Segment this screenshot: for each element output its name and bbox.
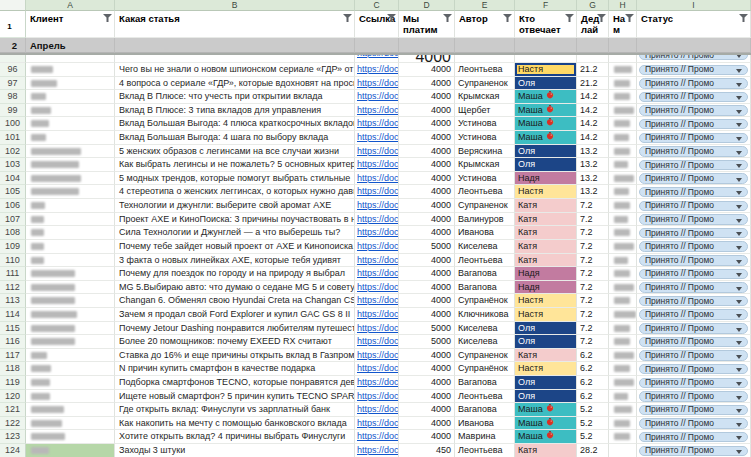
dropdown-arrow-icon[interactable] (736, 232, 742, 236)
status-chip[interactable]: Принято // Промо (639, 187, 748, 198)
article-title-cell[interactable]: Более 20 помощников: почему EXEED RX счи… (115, 335, 355, 349)
moderation-cell[interactable] (609, 158, 637, 172)
doc-link[interactable]: https://docs (357, 78, 399, 88)
column-letter-h[interactable]: H (609, 0, 637, 11)
link-cell[interactable]: https://docs (355, 322, 399, 336)
status-cell[interactable]: Принято // Промо (637, 444, 751, 457)
moderation-cell[interactable] (609, 55, 637, 63)
moderation-cell[interactable] (609, 90, 637, 104)
dropdown-arrow-icon[interactable] (736, 328, 742, 332)
status-chip[interactable]: Принято // Промо (639, 201, 748, 212)
row-number[interactable]: 121 (0, 403, 26, 417)
status-cell[interactable]: Принято // Промо (637, 430, 751, 444)
column-letter-a[interactable]: A (26, 0, 115, 11)
author-cell[interactable]: Ключникова (455, 308, 515, 322)
client-cell[interactable] (26, 376, 115, 390)
pay-cell[interactable]: 4000 (399, 403, 455, 417)
status-chip[interactable]: Принято // Промо (639, 337, 748, 348)
dropdown-arrow-icon[interactable] (736, 409, 742, 413)
header-d[interactable]: Мы платим (399, 11, 455, 38)
link-cell[interactable]: https://docs (355, 294, 399, 308)
status-chip[interactable]: Принято // Промо (639, 378, 748, 389)
article-title-cell[interactable]: Почему тебе зайдет новый проект от AXE и… (115, 240, 355, 254)
header-c[interactable]: Ссылка (355, 11, 399, 38)
row-number[interactable]: 110 (0, 254, 26, 268)
author-cell[interactable]: Устинова (455, 131, 515, 145)
article-title-cell[interactable]: Почему для поездок по городу и на природ… (115, 267, 355, 281)
status-cell[interactable]: Принято // Промо (637, 77, 751, 91)
client-cell[interactable] (26, 335, 115, 349)
link-cell[interactable]: https://docs (355, 376, 399, 390)
moderation-cell[interactable] (609, 417, 637, 431)
author-cell[interactable]: Супранёнок (455, 294, 515, 308)
author-cell[interactable]: Иванова (455, 226, 515, 240)
deadline-cell[interactable]: 7.2 (577, 240, 609, 254)
deadline-cell[interactable]: 13.2 (577, 185, 609, 199)
filter-icon[interactable] (565, 14, 574, 22)
moderation-cell[interactable] (609, 362, 637, 376)
article-title-cell[interactable]: MG 5.Выбираю авто: что думаю о седане MG… (115, 281, 355, 295)
moderation-cell[interactable] (609, 117, 637, 131)
link-cell[interactable]: https://docs (355, 158, 399, 172)
owner-cell[interactable]: Маша (515, 90, 577, 104)
status-chip[interactable]: Принято // Промо (639, 241, 748, 252)
client-cell[interactable] (26, 390, 115, 404)
row-number[interactable]: 118 (0, 362, 26, 376)
client-cell[interactable] (26, 199, 115, 213)
status-cell[interactable]: Принято // Промо (637, 308, 751, 322)
doc-link[interactable]: https://docs (357, 173, 399, 183)
status-chip[interactable]: Принято // Промо (639, 105, 748, 116)
deadline-cell[interactable]: 14.2 (577, 104, 609, 118)
dropdown-arrow-icon[interactable] (736, 55, 742, 58)
doc-link[interactable]: https://docs (357, 404, 399, 414)
client-cell[interactable] (26, 254, 115, 268)
article-title-cell[interactable]: Ищете новый смартфон? 5 причин купить TE… (115, 390, 355, 404)
client-cell[interactable] (26, 172, 115, 186)
doc-link[interactable]: https://docs (357, 64, 399, 74)
link-cell[interactable]: https://docs (355, 185, 399, 199)
pay-cell[interactable]: 4000 (399, 254, 455, 268)
client-cell[interactable] (26, 308, 115, 322)
doc-link[interactable]: https://docs (357, 200, 399, 210)
author-cell[interactable]: Леонтьева (455, 185, 515, 199)
author-cell[interactable]: Киселева (455, 240, 515, 254)
pay-cell[interactable]: 4000 (399, 104, 455, 118)
article-title-cell[interactable]: Вклад В Плюсе: что учесть при открытии в… (115, 90, 355, 104)
owner-cell[interactable]: Настя (515, 294, 577, 308)
doc-link[interactable]: https://docs (357, 377, 399, 387)
owner-cell[interactable]: Надя (515, 172, 577, 186)
column-letter-i[interactable]: I (637, 0, 751, 11)
author-cell[interactable]: Вагапова (455, 267, 515, 281)
client-cell[interactable] (26, 90, 115, 104)
deadline-cell[interactable] (577, 55, 609, 63)
owner-cell[interactable]: Маша (515, 104, 577, 118)
row-number[interactable]: 117 (0, 349, 26, 363)
section-cell[interactable] (399, 38, 455, 53)
doc-link[interactable]: https://docs (357, 268, 399, 278)
column-letter-f[interactable]: F (515, 0, 577, 11)
author-cell[interactable]: Вагапова (455, 403, 515, 417)
pay-cell[interactable]: 4000 (399, 172, 455, 186)
doc-link[interactable]: https://docs (357, 186, 399, 196)
row-number[interactable]: 113 (0, 294, 26, 308)
dropdown-arrow-icon[interactable] (736, 450, 742, 454)
owner-cell[interactable]: Катя (515, 199, 577, 213)
owner-cell[interactable]: Надя (515, 267, 577, 281)
status-cell[interactable]: Принято // Промо (637, 403, 751, 417)
doc-link[interactable]: https://docs (357, 159, 399, 169)
pay-cell[interactable]: 450 (399, 444, 455, 457)
filter-icon[interactable] (739, 14, 748, 22)
row-number[interactable]: 124 (0, 444, 26, 457)
header-b[interactable]: Какая статья (115, 11, 355, 38)
doc-link[interactable]: https://docs (357, 323, 399, 333)
client-cell[interactable] (26, 281, 115, 295)
article-title-cell[interactable]: 5 модных трендов, которые помогут выбрат… (115, 172, 355, 186)
filter-icon[interactable] (503, 14, 512, 22)
doc-link[interactable]: https://docs (357, 132, 399, 142)
status-cell[interactable]: Принято // Промо (637, 254, 751, 268)
article-title-cell[interactable]: Подборка смартфонов TECNO, которые понра… (115, 376, 355, 390)
author-cell[interactable]: Киселева (455, 335, 515, 349)
section-cell[interactable] (515, 38, 577, 53)
dropdown-arrow-icon[interactable] (736, 110, 742, 114)
owner-cell[interactable]: Катя (515, 213, 577, 227)
